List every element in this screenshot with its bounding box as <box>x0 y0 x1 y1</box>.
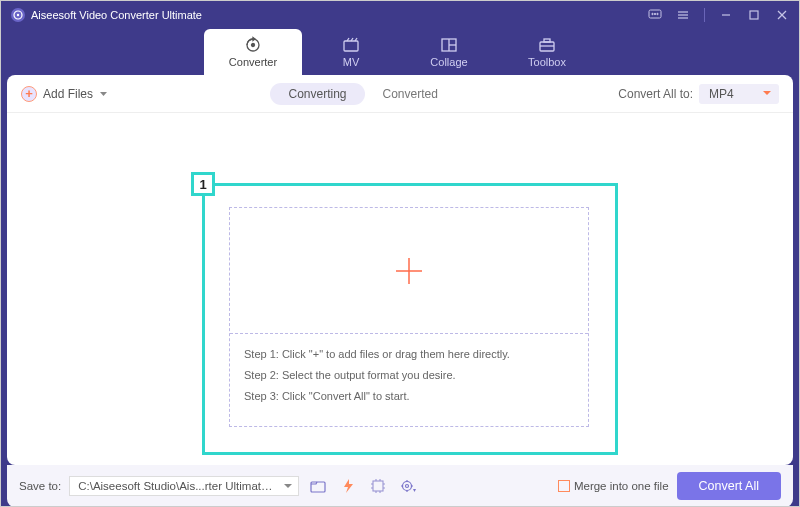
format-selector[interactable]: MP4 <box>699 84 779 104</box>
save-to-label: Save to: <box>19 480 61 492</box>
convert-all-button[interactable]: Convert All <box>677 472 781 500</box>
convert-all-to: Convert All to: MP4 <box>618 84 779 104</box>
svg-marker-23 <box>100 92 107 96</box>
minimize-icon[interactable] <box>719 8 733 22</box>
toolbox-icon <box>538 36 556 54</box>
tutorial-badge: 1 <box>191 172 215 196</box>
svg-rect-21 <box>544 39 550 42</box>
gpu-off-icon[interactable] <box>367 476 389 496</box>
gpu-on-icon[interactable] <box>337 476 359 496</box>
svg-rect-16 <box>344 41 358 51</box>
divider <box>704 8 705 22</box>
svg-point-3 <box>652 13 653 14</box>
status-tabs: Converting Converted <box>270 83 455 105</box>
save-path-selector[interactable]: C:\Aiseesoft Studio\Ais...rter Ultimate\… <box>69 476 299 496</box>
app-title: Aiseesoft Video Converter Ultimate <box>31 9 202 21</box>
main-panel: + Add Files Converting Converted Convert… <box>7 75 793 465</box>
tab-label: Toolbox <box>528 56 566 68</box>
svg-marker-27 <box>344 479 353 493</box>
svg-rect-10 <box>750 11 758 19</box>
feedback-icon[interactable] <box>648 8 662 22</box>
maximize-icon[interactable] <box>747 8 761 22</box>
add-files-label: Add Files <box>43 87 93 101</box>
svg-marker-43 <box>413 489 416 492</box>
tab-label: MV <box>343 56 360 68</box>
svg-point-14 <box>252 44 255 47</box>
chevron-down-icon <box>99 89 108 98</box>
menu-icon[interactable] <box>676 8 690 22</box>
svg-point-37 <box>403 482 412 491</box>
sub-toolbar: + Add Files Converting Converted Convert… <box>7 75 793 113</box>
step-1: Step 1: Click "+" to add files or drag t… <box>244 344 574 365</box>
subtab-converted[interactable]: Converted <box>365 83 456 105</box>
merge-label: Merge into one file <box>574 480 669 492</box>
svg-point-1 <box>17 14 19 16</box>
instructions: Step 1: Click "+" to add files or drag t… <box>230 334 588 417</box>
collage-icon <box>440 36 458 54</box>
step-2: Step 2: Select the output format you des… <box>244 365 574 386</box>
add-plus-icon <box>392 254 426 288</box>
drop-zone[interactable]: Step 1: Click "+" to add files or drag t… <box>229 207 589 427</box>
checkbox-icon <box>558 480 570 492</box>
footer-bar: Save to: C:\Aiseesoft Studio\Ais...rter … <box>7 465 793 507</box>
converter-icon <box>244 36 262 54</box>
drop-zone-add[interactable] <box>230 208 588 334</box>
mv-icon <box>342 36 360 54</box>
tab-toolbox[interactable]: Toolbox <box>498 29 596 75</box>
tab-label: Converter <box>229 56 277 68</box>
close-icon[interactable] <box>775 8 789 22</box>
tab-mv[interactable]: MV <box>302 29 400 75</box>
tab-converter[interactable]: Converter <box>204 29 302 75</box>
svg-marker-15 <box>253 38 255 41</box>
step-3: Step 3: Click "Convert All" to start. <box>244 386 574 407</box>
convert-all-to-label: Convert All to: <box>618 87 693 101</box>
tab-label: Collage <box>430 56 467 68</box>
titlebar: Aiseesoft Video Converter Ultimate <box>1 1 799 29</box>
plus-icon: + <box>21 86 37 102</box>
app-logo-icon <box>11 8 25 22</box>
subtab-converting[interactable]: Converting <box>270 83 364 105</box>
svg-point-38 <box>406 485 409 488</box>
open-folder-icon[interactable] <box>307 476 329 496</box>
tab-collage[interactable]: Collage <box>400 29 498 75</box>
merge-checkbox[interactable]: Merge into one file <box>558 480 669 492</box>
svg-point-5 <box>657 13 658 14</box>
settings-icon[interactable] <box>397 476 419 496</box>
main-tabs: Converter MV Collage Toolbox <box>1 29 799 75</box>
svg-point-4 <box>654 13 655 14</box>
add-files-button[interactable]: + Add Files <box>21 86 108 102</box>
svg-rect-28 <box>373 481 383 491</box>
content-area: 1 Step 1: Click "+" to add files or drag… <box>7 113 793 465</box>
